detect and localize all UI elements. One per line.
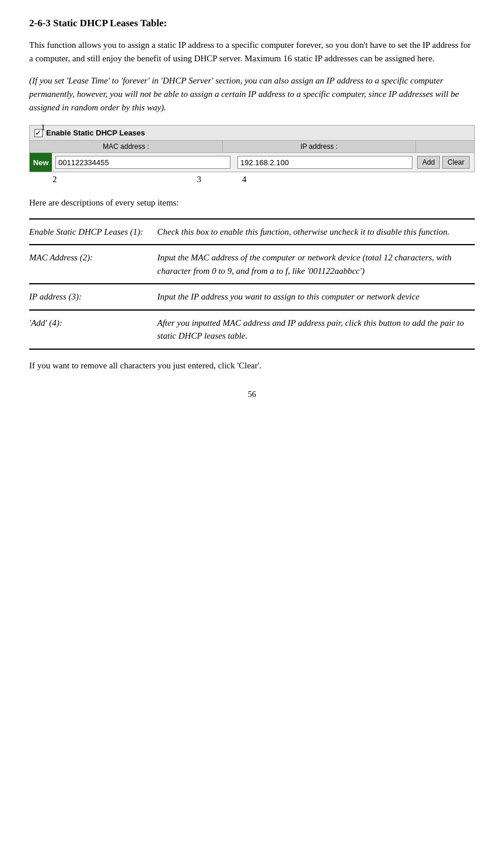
widget-container: 1 Enable Static DHCP Leases MAC address … (29, 125, 475, 184)
desc-row: IP address (3):Input the IP address you … (29, 284, 475, 310)
desc-term: IP address (3): (29, 284, 148, 310)
desc-row: Enable Static DHCP Leases (1):Check this… (29, 219, 475, 245)
label-number-3: 3 (197, 175, 202, 184)
new-button[interactable]: New (30, 153, 52, 172)
enable-label: Enable Static DHCP Leases (46, 128, 145, 137)
page-title: 2-6-3 Static DHCP Leases Table: (29, 18, 475, 29)
page-number: 56 (29, 390, 475, 399)
table-header-row: MAC address : IP address : (30, 141, 474, 153)
label-number-2: 2 (52, 175, 57, 184)
desc-row: 'Add' (4):After you inputted MAC address… (29, 310, 475, 349)
data-row: New Add Clear (30, 153, 474, 172)
italic-paragraph: (If you set 'Lease Time' to 'forever' in… (29, 74, 475, 115)
enable-checkbox[interactable] (34, 129, 43, 137)
mac-input[interactable] (55, 156, 230, 169)
numbers-row: 2 3 4 (29, 172, 475, 184)
mac-column-header: MAC address : (30, 141, 223, 152)
desc-row: MAC Address (2):Input the MAC address of… (29, 245, 475, 284)
desc-definition: Input the MAC address of the computer or… (148, 245, 475, 284)
description-table: Enable Static DHCP Leases (1):Check this… (29, 218, 475, 350)
ip-column-header: IP address : (223, 141, 416, 152)
footer-paragraph: If you want to remove all characters you… (29, 359, 475, 372)
widget-box: Enable Static DHCP Leases MAC address : … (29, 125, 475, 172)
desc-definition: Input the IP address you want to assign … (148, 284, 475, 310)
clear-button[interactable]: Clear (442, 156, 470, 169)
desc-intro: Here are descriptions of every setup ite… (29, 196, 475, 210)
button-group: Add Clear (416, 156, 474, 169)
add-button[interactable]: Add (417, 156, 440, 169)
desc-definition: After you inputted MAC address and IP ad… (148, 310, 475, 349)
desc-term: Enable Static DHCP Leases (1): (29, 219, 148, 245)
desc-definition: Check this box to enable this function, … (148, 219, 475, 245)
desc-term: 'Add' (4): (29, 310, 148, 349)
ip-input[interactable] (237, 156, 412, 169)
label-number-4: 4 (242, 175, 247, 184)
desc-term: MAC Address (2): (29, 245, 148, 284)
btn-column-header (416, 141, 474, 152)
enable-row: Enable Static DHCP Leases (30, 126, 474, 141)
intro-paragraph: This function allows you to assign a sta… (29, 39, 475, 66)
